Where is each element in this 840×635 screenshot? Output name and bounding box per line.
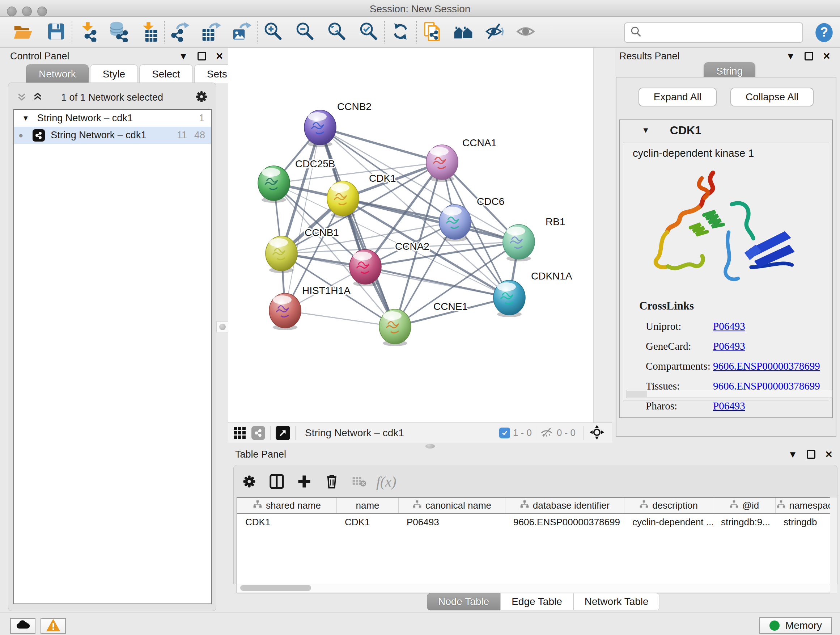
table-gear-icon[interactable] — [239, 471, 260, 492]
zoom-out-button[interactable] — [293, 20, 317, 44]
tree-expand-icon[interactable]: ▼ — [22, 114, 29, 122]
hidden-eye-icon[interactable] — [539, 425, 554, 441]
save-session-button[interactable] — [44, 20, 68, 44]
network-collection-row[interactable]: ▼ String Network – cdk1 1 — [14, 110, 211, 127]
control-panel-float-icon[interactable] — [197, 52, 206, 60]
show-eye-button[interactable] — [514, 20, 538, 44]
gene-name: CDK1 — [670, 124, 701, 137]
network-node-HIST1H1A[interactable]: HIST1H1A — [269, 285, 351, 330]
node-label: CCNA2 — [395, 241, 429, 252]
table-row[interactable]: CDK1CDK1P064939606.ENSP00000378699cyclin… — [237, 514, 834, 530]
network-edge[interactable] — [365, 267, 509, 298]
birdseye-grid-icon[interactable] — [234, 427, 246, 439]
open-session-button[interactable] — [11, 20, 35, 44]
network-node-CDKN1A[interactable]: CDKN1A — [493, 271, 572, 317]
table-hscrollbar[interactable] — [237, 584, 835, 593]
import-database-button[interactable] — [106, 20, 130, 44]
warnings-button[interactable] — [41, 618, 66, 634]
table-cell[interactable]: CDK1 — [337, 514, 399, 530]
crosshair-icon[interactable] — [589, 424, 605, 442]
svg-text:?: ? — [820, 25, 828, 40]
control-panel-close-icon[interactable]: ✕ — [216, 51, 224, 61]
selected-checkbox-icon[interactable] — [499, 428, 510, 439]
table-cell[interactable]: stringdb:9... — [713, 514, 775, 530]
results-panel-float-icon[interactable] — [805, 52, 813, 60]
column-header-name[interactable]: name — [337, 498, 399, 513]
table-panel-collapse-icon[interactable]: ▼ — [788, 450, 797, 459]
refresh-button[interactable] — [388, 20, 412, 44]
column-header-shared-name[interactable]: shared name — [237, 498, 337, 513]
table-cell[interactable]: stringdb — [775, 514, 834, 530]
column-header--id[interactable]: @id — [713, 498, 775, 513]
network-edge[interactable] — [285, 127, 320, 310]
table-cell[interactable]: cyclin-dependent ... — [624, 514, 713, 530]
column-label: namespac — [789, 500, 833, 511]
tab-network-table[interactable]: Network Table — [573, 593, 660, 610]
table-cell[interactable]: 9606.ENSP00000378699 — [505, 514, 624, 530]
results-hscrollbar[interactable] — [626, 390, 832, 398]
open-in-window-icon[interactable] — [276, 426, 290, 440]
import-table-button[interactable] — [137, 20, 161, 44]
node-label: RB1 — [546, 216, 565, 227]
node-label: CCNB2 — [337, 101, 371, 112]
cloud-button[interactable] — [10, 618, 35, 634]
tab-network[interactable]: Network — [26, 65, 88, 83]
crosslink-link[interactable]: P06493 — [713, 320, 745, 333]
table-cell[interactable]: P06493 — [399, 514, 505, 530]
collapse-all-button[interactable]: Collapse All — [730, 88, 813, 106]
delete-column-icon[interactable] — [321, 471, 342, 492]
network-share-icon[interactable] — [251, 426, 265, 440]
table-cell[interactable]: CDK1 — [237, 514, 337, 530]
export-image-button[interactable] — [229, 20, 253, 44]
zoom-in-button[interactable] — [261, 20, 285, 44]
network-type-icon — [33, 129, 45, 141]
export-network-button[interactable] — [169, 20, 193, 44]
zoom-selected-button[interactable] — [357, 20, 381, 44]
crosslink-link[interactable]: 9606.ENSP00000378699 — [713, 360, 820, 372]
network-node-CCNA1[interactable]: CCNA1 — [426, 137, 497, 182]
memory-button[interactable]: Memory — [759, 617, 832, 634]
network-edge[interactable] — [285, 310, 395, 326]
tab-node-table[interactable]: Node Table — [427, 593, 500, 610]
column-header-canonical-name[interactable]: canonical name — [399, 498, 505, 513]
column-header-description[interactable]: description — [624, 498, 713, 513]
crosslink-link[interactable]: P06493 — [713, 400, 745, 412]
network-node-RB1[interactable]: RB1 — [503, 216, 565, 261]
network-canvas[interactable]: CCNB2CCNA1CDC25BCDK1CDC6RB1CCNB1CCNA2CDK… — [228, 48, 593, 423]
expand-all-button[interactable]: Expand All — [638, 88, 717, 106]
add-column-icon[interactable] — [294, 471, 315, 492]
search-input[interactable] — [642, 27, 794, 38]
gene-collapse-icon[interactable]: ▼ — [642, 126, 650, 135]
left-splitter-handle[interactable] — [216, 321, 229, 333]
table-panel-close-icon[interactable]: ✕ — [825, 450, 833, 459]
tab-edge-table[interactable]: Edge Table — [500, 593, 573, 610]
column-header-database-identifier[interactable]: database identifier — [505, 498, 624, 513]
table-panel: Table Panel ▼ ✕ f(x) shared namenamecano… — [228, 449, 840, 613]
zoom-fit-button[interactable] — [325, 20, 349, 44]
network-row[interactable]: ● String Network – cdk1 11 48 — [14, 127, 211, 144]
hide-panel-button[interactable] — [483, 20, 507, 44]
horizontal-splitter-handle[interactable] — [425, 444, 435, 448]
control-panel-collapse-icon[interactable]: ▼ — [179, 51, 188, 61]
import-table-icon — [139, 21, 159, 43]
column-header-namespac[interactable]: namespac — [775, 498, 834, 513]
duplicate-network-button[interactable] — [420, 20, 444, 44]
table-panel-float-icon[interactable] — [807, 450, 815, 459]
import-network-button[interactable] — [76, 20, 100, 44]
export-table-button[interactable] — [199, 20, 223, 44]
results-panel-close-icon[interactable]: ✕ — [823, 51, 831, 61]
table-vscrollbar[interactable] — [830, 497, 837, 593]
gear-icon[interactable] — [194, 89, 209, 105]
show-columns-icon[interactable] — [266, 471, 287, 492]
help-button[interactable]: ? — [813, 22, 835, 43]
home-networks-button[interactable] — [452, 20, 475, 44]
tab-select[interactable]: Select — [139, 65, 193, 83]
network-edge[interactable] — [320, 127, 442, 162]
search-field[interactable] — [624, 22, 803, 43]
crosslink-link[interactable]: P06493 — [713, 340, 745, 352]
tab-style[interactable]: Style — [90, 65, 138, 83]
results-panel-collapse-icon[interactable]: ▼ — [786, 51, 795, 61]
gene-description: cyclin-dependent kinase 1 — [633, 147, 829, 159]
column-label: @id — [742, 500, 759, 511]
network-edge[interactable] — [274, 183, 509, 298]
